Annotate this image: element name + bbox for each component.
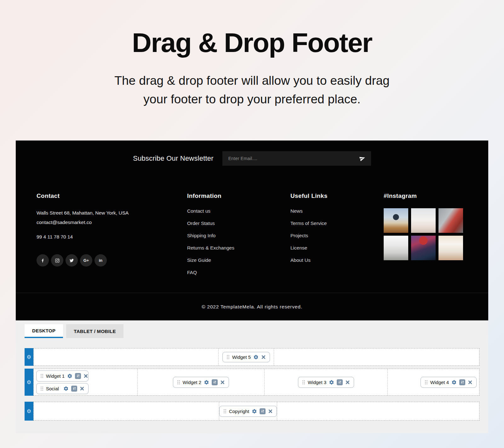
gear-icon[interactable] [252,409,257,414]
footer-column-information: Information Contact us Order Status Ship… [187,192,290,282]
footer-column-useful-links: Useful Links News Terms of Service Proje… [290,192,384,282]
row-settings-handle[interactable] [25,348,33,366]
drop-cell[interactable]: Widget 2 [137,369,265,395]
linkedin-icon[interactable]: in [94,254,107,267]
widget-chip-widget-2[interactable]: Widget 2 [173,377,229,388]
widget-chip-social[interactable]: Social [36,383,89,394]
contact-heading: Contact [37,192,187,199]
link-about-us[interactable]: About Us [290,257,311,263]
gear-icon[interactable] [451,380,457,385]
instagram-photo-man-working[interactable] [438,208,463,233]
widget-chip-widget-5[interactable]: Widget 5 [222,352,270,362]
list-item: License [290,245,384,251]
link-shipping-info[interactable]: Shipping Info [187,233,216,238]
close-icon[interactable] [468,380,472,385]
subtitle-line-2: your footer to drop your preferred place… [143,92,360,106]
footer-preview: Subscribe Our Newsletter Contact Walls S… [16,141,488,320]
hero-section: Drag & Drop Footer The drag & drop foote… [0,0,504,108]
link-size-guide[interactable]: Size Guide [187,257,211,263]
drop-cell-empty[interactable] [34,402,219,420]
builder-tabs: DESKTOP TABLET / MOBILE [25,324,479,338]
instagram-photo-cyclist[interactable] [384,208,408,233]
sliders-icon[interactable] [260,408,266,414]
sliders-icon[interactable] [71,386,77,392]
builder-row-3: Copyright [25,402,479,421]
close-icon[interactable] [80,386,84,391]
row-settings-handle[interactable] [25,369,33,396]
instagram-heading: #Instagram [384,192,467,199]
gear-icon[interactable] [63,386,69,391]
facebook-icon[interactable] [37,254,49,267]
drag-handle-icon[interactable] [40,386,43,391]
link-order-status[interactable]: Order Status [187,221,215,226]
sliders-icon[interactable] [337,379,343,385]
instagram-photo-firefighter[interactable] [411,236,436,260]
close-icon[interactable] [83,374,88,378]
twitter-icon[interactable] [66,254,78,267]
drop-cell-empty[interactable] [274,348,479,365]
instagram-photo-bedroom[interactable] [384,236,408,260]
footer-column-instagram: #Instagram [384,192,467,282]
gear-icon[interactable] [253,354,259,360]
widget-chip-label: Widget 4 [430,380,449,385]
gear-icon[interactable] [204,380,209,385]
widget-chip-copyright[interactable]: Copyright [219,406,277,417]
newsletter-bar: Subscribe Our Newsletter [16,141,488,176]
drop-cell[interactable]: Copyright [219,402,277,420]
link-news[interactable]: News [290,208,303,214]
drop-cell-empty[interactable] [277,402,479,420]
copyright-text: © 2022 TemplateMela. All rights reserved… [202,304,302,310]
google-plus-icon[interactable]: G+ [80,254,92,267]
widget-chip-label: Copyright [229,409,249,414]
list-item: News [290,208,384,214]
list-item: Terms of Service [290,221,384,226]
sliders-icon[interactable] [212,379,218,385]
sliders-icon[interactable] [75,373,81,379]
newsletter-email-input[interactable] [228,156,358,161]
instagram-photo-wedding[interactable] [438,236,463,260]
drag-handle-icon[interactable] [425,380,428,385]
drag-handle-icon[interactable] [40,374,43,378]
link-contact-us[interactable]: Contact us [187,208,210,214]
link-terms-of-service[interactable]: Terms of Service [290,221,327,226]
drag-handle-icon[interactable] [226,355,230,359]
widget-chip-widget-4[interactable]: Widget 4 [421,377,477,388]
tab-desktop[interactable]: DESKTOP [25,324,63,338]
drop-cell[interactable]: Widget 1 Social [34,369,137,395]
link-projects[interactable]: Projects [290,233,308,238]
information-heading: Information [187,192,290,199]
widget-chip-widget-3[interactable]: Widget 3 [298,377,354,388]
gear-icon[interactable] [67,373,72,379]
link-returns-exchanges[interactable]: Returns & Exchanges [187,245,234,250]
tab-tablet-mobile[interactable]: TABLET / MOBILE [66,324,123,338]
row-body: Widget 5 [33,348,479,366]
drop-cell[interactable]: Widget 4 [387,369,479,395]
footer-columns: Contact Walls Street 68, Mahattan, New Y… [16,176,488,293]
instagram-photo-child-glasses[interactable] [411,208,436,233]
close-icon[interactable] [261,355,266,359]
close-icon[interactable] [345,380,350,385]
instagram-grid [384,208,467,260]
close-icon[interactable] [268,409,273,414]
drop-cell[interactable]: Widget 3 [264,369,387,395]
link-faq[interactable]: FAQ [187,270,197,275]
link-license[interactable]: License [290,245,307,250]
row-settings-handle[interactable] [25,402,33,421]
drop-cell-empty[interactable] [34,348,218,365]
widget-chip-widget-1[interactable]: Widget 1 [36,370,89,382]
footer-builder-panel: DESKTOP TABLET / MOBILE Widget 5 [16,320,488,433]
newsletter-send-button[interactable] [358,154,367,163]
contact-address: Walls Street 68, Mahattan, New York, USA [37,208,187,218]
gear-icon[interactable] [329,380,334,385]
page-title: Drag & Drop Footer [0,27,504,58]
close-icon[interactable] [220,380,225,385]
sliders-icon[interactable] [459,379,465,385]
list-item: Size Guide [187,257,290,263]
instagram-icon[interactable] [51,254,63,267]
drag-handle-icon[interactable] [177,380,180,385]
newsletter-input-group [222,151,371,166]
builder-row-1: Widget 5 [25,348,479,366]
drop-cell[interactable]: Widget 5 [218,348,274,365]
drag-handle-icon[interactable] [302,380,305,385]
drag-handle-icon[interactable] [223,409,226,414]
